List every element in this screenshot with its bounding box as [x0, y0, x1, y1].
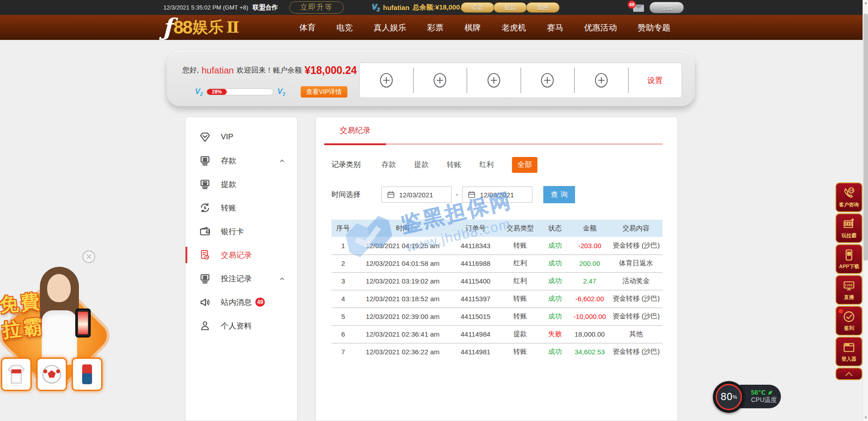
- table-header: 金额: [570, 220, 610, 237]
- messages-envelope-icon[interactable]: 49: [632, 3, 644, 12]
- quick-add-slot[interactable]: [467, 68, 521, 93]
- vip-to-icon: V3: [277, 87, 285, 97]
- nav-item[interactable]: 体育: [299, 22, 316, 33]
- vip-level-icon: V2: [372, 3, 380, 12]
- settings-link[interactable]: 设置: [647, 75, 663, 86]
- close-icon[interactable]: ✕: [83, 250, 95, 263]
- float-button-live-monitor[interactable]: LIVE直播: [835, 275, 863, 305]
- nav-item[interactable]: 彩票: [427, 22, 444, 33]
- table-cell: 12/03/2021 02:36:22 am: [355, 343, 451, 361]
- svg-text:LIVE: LIVE: [845, 283, 853, 287]
- table-cell: 3: [332, 272, 355, 290]
- sidebar-item-label: 提款: [221, 179, 236, 190]
- scrollbar-thumb[interactable]: [863, 14, 868, 261]
- sidebar-item[interactable]: $转账: [185, 196, 297, 220]
- nav-item[interactable]: 老虎机: [502, 22, 526, 33]
- category-filter[interactable]: 全部: [512, 157, 537, 173]
- notification-dot: [839, 309, 843, 313]
- floating-rail: 24客户咨询玩拉霸APP下载LIVE直播签到登入器: [835, 182, 863, 380]
- table-row: 512/03/2021 02:39:00 am44115015转账成功-10,0…: [332, 308, 663, 325]
- mine-button[interactable]: 我的: [526, 2, 560, 13]
- date-from-input[interactable]: 12/03/2021: [381, 186, 452, 203]
- category-filter[interactable]: 存款: [381, 160, 396, 170]
- nav-item[interactable]: 真人娱乐: [374, 22, 406, 33]
- site-logo[interactable]: ƒ 88 娱乐 Ⅱ: [162, 16, 239, 39]
- table-cell: 1: [332, 237, 355, 255]
- main-panel: 交易纪录 记录类别 存款提款转账红利全部 时间选择 12/03/2021 - 1…: [315, 117, 678, 421]
- table-cell: 提款: [500, 325, 540, 343]
- nav-item[interactable]: 电竞: [336, 22, 353, 33]
- vip-detail-button[interactable]: 查看VIP详情: [301, 86, 347, 98]
- nav-item[interactable]: 棋牌: [464, 22, 481, 33]
- withdraw-button[interactable]: 提款: [493, 2, 527, 13]
- alliance-link[interactable]: 联盟合作: [253, 4, 278, 12]
- quick-add-slot[interactable]: [521, 68, 575, 93]
- table-cell: 资金转移 (沙巴): [610, 237, 663, 255]
- category-filter[interactable]: 转账: [447, 160, 461, 170]
- table-cell: 44115400: [451, 272, 501, 290]
- system-monitor: 58℃ CPU温度 80%: [713, 381, 781, 413]
- float-button-service-24[interactable]: 24客户咨询: [835, 182, 863, 212]
- category-filter[interactable]: 红利: [479, 160, 494, 170]
- greeting-username: hufatian: [201, 65, 234, 76]
- sidebar-item-label: 交易记录: [221, 250, 252, 260]
- sidebar-item[interactable]: 投注记录: [185, 267, 297, 290]
- page-scrollbar[interactable]: ▲ ▼: [863, 0, 868, 421]
- scroll-down-arrow-icon[interactable]: ▼: [863, 415, 868, 421]
- rail-collapse-button[interactable]: [835, 367, 863, 380]
- scroll-up-arrow-icon[interactable]: ▲: [863, 0, 868, 6]
- query-button[interactable]: 查询: [543, 186, 575, 203]
- table-row: 612/03/2021 02:36:41 am44114984提款失败18,00…: [332, 325, 663, 343]
- table-cell: 4: [332, 290, 355, 308]
- chevron-up-icon: [844, 370, 854, 377]
- promo-banner[interactable]: ✕ 免費拉霸: [0, 245, 107, 399]
- nav-item[interactable]: 赛马: [547, 22, 563, 33]
- float-button-browser-window[interactable]: 登入器: [835, 337, 863, 367]
- float-button-label: 客户咨询: [839, 201, 859, 208]
- table-cell: 成功: [540, 343, 570, 361]
- filters: 记录类别 存款提款转账红利全部 时间选择 12/03/2021 - 12/03/…: [332, 157, 663, 203]
- nav-menu: 体育电竞真人娱乐彩票棋牌老虎机赛马优惠活动赞助专题: [299, 15, 670, 40]
- sidebar-item-label: 存款: [221, 156, 236, 166]
- table-cell: 5: [332, 308, 355, 325]
- wallet-icon: [199, 225, 211, 237]
- upgrade-button[interactable]: 立即升等: [289, 1, 344, 14]
- user-info-bar: 您好, hufatian 欢迎回来！账户余额 ¥18,000.24 ⟳ V2 2…: [167, 51, 695, 106]
- sidebar-item-label: 投注记录: [221, 274, 252, 284]
- category-filter[interactable]: 提款: [414, 160, 429, 170]
- sidebar-item[interactable]: 提款: [185, 172, 297, 196]
- sidebar-item[interactable]: 存款: [185, 149, 297, 172]
- sidebar-item[interactable]: VIP: [185, 125, 297, 149]
- table-cell: 2.47: [570, 272, 610, 290]
- cpu-temperature: 58℃: [751, 389, 766, 396]
- logout-button[interactable]: 登出: [649, 2, 684, 13]
- category-filter-label: 记录类别: [332, 160, 381, 170]
- deposit-button[interactable]: 存款: [461, 2, 494, 13]
- date-to-input[interactable]: 12/03/2021: [462, 186, 532, 203]
- table-cell: 12/03/2021 03:18:52 am: [355, 290, 451, 308]
- vip-progress-bar: 28%: [206, 88, 273, 95]
- quick-add-slot[interactable]: [360, 68, 414, 93]
- quick-add-slot[interactable]: [575, 68, 629, 93]
- table-cell: 18,000.00: [570, 325, 610, 343]
- float-button-label: 玩拉霸: [841, 232, 856, 239]
- prize-phone-icon: [72, 357, 102, 391]
- tab-transaction-records[interactable]: 交易纪录: [332, 125, 379, 136]
- table-cell: 成功: [540, 290, 570, 308]
- sidebar-item[interactable]: 银行卡: [185, 220, 297, 243]
- live-monitor-icon: LIVE: [842, 279, 856, 293]
- sidebar-item[interactable]: 个人资料: [185, 314, 297, 338]
- datetime-text: 12/3/2021 5:35:02 PM (GMT +8): [163, 4, 248, 11]
- quick-add-slot[interactable]: [414, 68, 468, 93]
- sidebar-item[interactable]: 交易记录: [185, 243, 297, 267]
- nav-item[interactable]: 赞助专题: [638, 22, 670, 33]
- nav-item[interactable]: 优惠活动: [584, 22, 617, 33]
- float-button-check-circle[interactable]: 签到: [835, 306, 863, 336]
- table-header: 序号: [332, 220, 355, 237]
- sidebar-item[interactable]: 站内消息49: [185, 290, 297, 314]
- person-icon: [199, 320, 211, 332]
- float-button-smartphone[interactable]: APP下载: [835, 244, 863, 274]
- table-cell: 200.00: [570, 255, 610, 272]
- cpu-usage-gauge: 80%: [713, 381, 745, 413]
- float-button-slot-machine[interactable]: 玩拉霸: [835, 213, 863, 243]
